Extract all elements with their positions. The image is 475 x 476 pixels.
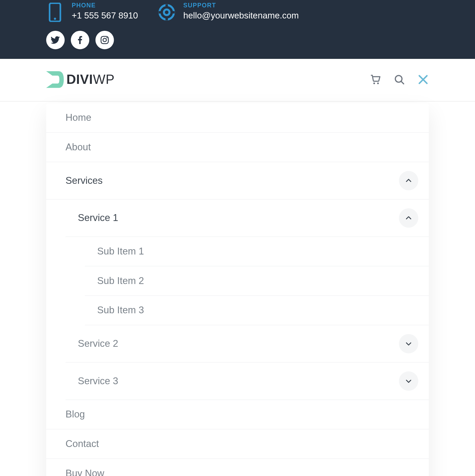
support-icon bbox=[158, 3, 175, 21]
nav-item-service2[interactable]: Service 2 bbox=[65, 325, 429, 363]
chevron-up-icon bbox=[405, 214, 412, 222]
nav-menu: Home About Services Service 1 Sub Item 1… bbox=[46, 103, 429, 476]
nav-item-services[interactable]: Services bbox=[46, 162, 429, 200]
social-links bbox=[46, 31, 429, 49]
logo-mark-icon bbox=[46, 69, 65, 90]
facebook-icon[interactable] bbox=[71, 31, 89, 49]
phone-value: +1 555 567 8910 bbox=[72, 11, 138, 21]
phone-label: PHONE bbox=[72, 2, 138, 9]
nav-item-label: Services bbox=[65, 175, 103, 186]
nav-item-sub2[interactable]: Sub Item 2 bbox=[85, 266, 429, 296]
search-icon[interactable] bbox=[394, 74, 405, 85]
nav-item-label: Sub Item 1 bbox=[97, 246, 144, 257]
collapse-button[interactable] bbox=[399, 208, 418, 228]
svg-point-1 bbox=[54, 18, 56, 20]
nav-item-sub1[interactable]: Sub Item 1 bbox=[85, 237, 429, 266]
support-label: SUPPORT bbox=[183, 2, 299, 9]
support-value: hello@yourwebsitename.com bbox=[183, 11, 299, 21]
cart-icon[interactable] bbox=[370, 74, 381, 85]
nav-item-service1[interactable]: Service 1 bbox=[65, 200, 429, 237]
svg-rect-7 bbox=[170, 11, 174, 13]
logo[interactable]: DIVIWP bbox=[46, 69, 115, 90]
nav-item-label: Contact bbox=[65, 438, 99, 450]
chevron-up-icon bbox=[405, 177, 412, 184]
chevron-down-icon bbox=[405, 340, 412, 347]
svg-point-3 bbox=[164, 9, 169, 15]
svg-rect-4 bbox=[165, 4, 168, 8]
collapse-button[interactable] bbox=[399, 171, 418, 190]
svg-rect-5 bbox=[165, 16, 168, 20]
nav-item-label: Buy Now bbox=[65, 468, 104, 476]
expand-button[interactable] bbox=[399, 371, 418, 391]
svg-point-12 bbox=[377, 83, 379, 84]
topbar: PHONE +1 555 567 8910 SUPPORT bbox=[0, 0, 475, 59]
nav-item-label: Service 3 bbox=[78, 375, 118, 387]
close-icon[interactable] bbox=[417, 74, 429, 85]
svg-point-10 bbox=[106, 37, 107, 38]
phone-icon bbox=[46, 3, 64, 21]
nav-item-label: Service 1 bbox=[78, 212, 118, 224]
nav-item-buynow[interactable]: Buy Now bbox=[46, 459, 429, 476]
contact-support: SUPPORT hello@yourwebsitename.com bbox=[158, 2, 299, 21]
nav-item-label: About bbox=[65, 142, 91, 153]
twitter-icon[interactable] bbox=[46, 31, 65, 49]
nav-item-label: Blog bbox=[65, 409, 85, 420]
expand-button[interactable] bbox=[399, 334, 418, 353]
header: DIVIWP bbox=[0, 59, 475, 102]
nav-item-contact[interactable]: Contact bbox=[46, 429, 429, 459]
nav-item-label: Sub Item 2 bbox=[97, 275, 144, 286]
svg-point-11 bbox=[373, 83, 375, 84]
nav-item-label: Home bbox=[65, 112, 91, 123]
nav-item-blog[interactable]: Blog bbox=[46, 400, 429, 430]
nav-item-home[interactable]: Home bbox=[46, 103, 429, 133]
nav-item-label: Sub Item 3 bbox=[97, 305, 144, 316]
nav-item-label: Service 2 bbox=[78, 338, 118, 349]
svg-point-9 bbox=[103, 38, 106, 42]
logo-text: DIVIWP bbox=[66, 72, 115, 87]
nav-item-service3[interactable]: Service 3 bbox=[65, 363, 429, 400]
contact-phone: PHONE +1 555 567 8910 bbox=[46, 2, 138, 21]
svg-rect-6 bbox=[159, 11, 163, 13]
chevron-down-icon bbox=[405, 378, 412, 385]
svg-line-14 bbox=[401, 81, 404, 84]
nav-item-about[interactable]: About bbox=[46, 133, 429, 162]
nav-item-sub3[interactable]: Sub Item 3 bbox=[85, 296, 429, 325]
instagram-icon[interactable] bbox=[96, 31, 114, 49]
